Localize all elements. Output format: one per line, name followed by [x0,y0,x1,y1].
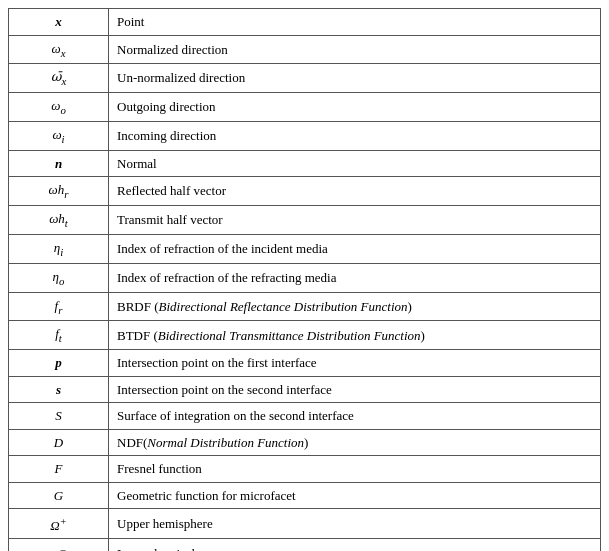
symbol-cell: ωi [9,121,109,150]
table-row: ω̄xUn-normalized direction [9,64,601,93]
table-row: ηoIndex of refraction of the refracting … [9,263,601,292]
table-row: GGeometric function for microfacet [9,482,601,509]
table-row: ωxNormalized direction [9,35,601,64]
symbol-cell: n [9,150,109,177]
symbol-cell: Ω+ [9,509,109,539]
description-cell: Intersection point on the first interfac… [109,350,601,377]
symbol-cell: p [9,350,109,377]
symbol-cell: ηi [9,234,109,263]
table-row: SSurface of integration on the second in… [9,403,601,430]
symbol-cell: ωhr [9,177,109,206]
description-cell: Point [109,9,601,36]
notation-table: xPointωxNormalized directionω̄xUn-normal… [8,8,601,551]
symbol-cell: G [9,482,109,509]
table-row: Ω+Upper hemisphere [9,509,601,539]
description-cell: NDF(Normal Distribution Function) [109,429,601,456]
symbol-cell: Ω− [9,539,109,551]
symbol-cell: ft [9,321,109,350]
description-cell: Transmit half vector [109,206,601,235]
description-cell: Surface of integration on the second int… [109,403,601,430]
description-cell: Intersection point on the second interfa… [109,376,601,403]
table-row: frBRDF (Bidirectional Reflectance Distri… [9,292,601,321]
table-row: ωhtTransmit half vector [9,206,601,235]
table-row: ftBTDF (Bidirectional Transmittance Dist… [9,321,601,350]
symbol-cell: S [9,403,109,430]
symbol-cell: ωht [9,206,109,235]
table-row: Ω−Lower hemisphere [9,539,601,551]
table-row: pIntersection point on the first interfa… [9,350,601,377]
description-cell: BRDF (Bidirectional Reflectance Distribu… [109,292,601,321]
description-cell: Incoming direction [109,121,601,150]
table-row: nNormal [9,150,601,177]
symbol-cell: fr [9,292,109,321]
description-cell: Un-normalized direction [109,64,601,93]
table-row: xPoint [9,9,601,36]
description-cell: Reflected half vector [109,177,601,206]
table-row: ηiIndex of refraction of the incident me… [9,234,601,263]
description-cell: Lower hemisphere [109,539,601,551]
table-row: DNDF(Normal Distribution Function) [9,429,601,456]
description-cell: Outgoing direction [109,93,601,122]
description-cell: Normal [109,150,601,177]
table-row: ωiIncoming direction [9,121,601,150]
table-row: sIntersection point on the second interf… [9,376,601,403]
description-cell: Fresnel function [109,456,601,483]
symbol-cell: F [9,456,109,483]
symbol-cell: D [9,429,109,456]
symbol-cell: ωo [9,93,109,122]
description-cell: Upper hemisphere [109,509,601,539]
description-cell: Normalized direction [109,35,601,64]
description-cell: Geometric function for microfacet [109,482,601,509]
description-cell: Index of refraction of the refracting me… [109,263,601,292]
symbol-cell: ω̄x [9,64,109,93]
table-row: ωoOutgoing direction [9,93,601,122]
table-row: ωhrReflected half vector [9,177,601,206]
description-cell: Index of refraction of the incident medi… [109,234,601,263]
symbol-cell: ωx [9,35,109,64]
symbol-cell: x [9,9,109,36]
table-row: FFresnel function [9,456,601,483]
description-cell: BTDF (Bidirectional Transmittance Distri… [109,321,601,350]
symbol-cell: ηo [9,263,109,292]
symbol-cell: s [9,376,109,403]
